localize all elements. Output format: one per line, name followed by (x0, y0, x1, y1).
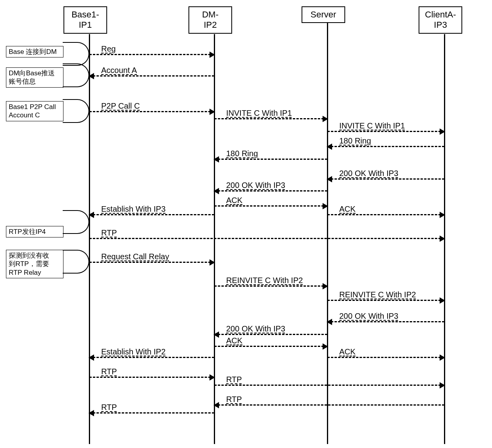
message-label: 200 OK With IP3 (339, 312, 398, 321)
arrow-head-icon (88, 354, 94, 361)
message-arrow (89, 111, 214, 112)
message-label: Request Call Relay (101, 252, 169, 261)
message-label: ACK (339, 347, 356, 356)
arrow-head-icon (440, 128, 445, 135)
note-n4: RTP发往IP4 (6, 226, 63, 237)
note-connector-bottom (63, 75, 89, 87)
message-label: RTP (226, 395, 242, 404)
message-label: RTP (226, 375, 242, 384)
message-arrow (214, 404, 444, 406)
arrow-head-icon (88, 410, 94, 416)
message-arrow (214, 334, 327, 335)
message-arrow (214, 190, 327, 191)
note-n1: Base 连接到DM (6, 46, 63, 57)
message-arrow (327, 321, 444, 322)
arrow-head-icon (213, 331, 219, 338)
message-arrow (89, 75, 214, 77)
lifeline-base1 (89, 34, 90, 444)
message-arrow (89, 214, 214, 215)
message-label: 200 OK With IP3 (339, 169, 398, 178)
arrow-head-icon (440, 354, 445, 361)
arrow-head-icon (323, 116, 328, 122)
message-label: ACK (226, 196, 242, 205)
message-label: Establish With IP2 (101, 347, 165, 356)
message-arrow (89, 238, 444, 239)
message-arrow (214, 159, 327, 160)
note-connector-top (63, 99, 89, 111)
message-label: INVITE C With IP1 (226, 109, 292, 118)
message-label: Establish With IP3 (101, 205, 165, 214)
arrow-head-icon (213, 156, 219, 163)
arrow-head-icon (440, 382, 445, 389)
participant-dm: DM-IP2 (188, 6, 232, 34)
note-connector-top (63, 42, 89, 54)
message-arrow (214, 385, 444, 386)
arrow-head-icon (209, 374, 215, 381)
message-label: 200 OK With IP3 (226, 324, 285, 333)
lifeline-server (327, 22, 328, 444)
arrow-head-icon (209, 259, 215, 266)
arrow-head-icon (88, 212, 94, 218)
note-n2: DM向Base推送账号信息 (6, 67, 63, 88)
arrow-head-icon (213, 402, 219, 408)
arrow-head-icon (88, 73, 94, 79)
message-label: RTP (101, 228, 117, 237)
note-n3: Base1 P2P CallAccount C (6, 101, 63, 121)
note-connector-bottom (63, 262, 89, 274)
message-arrow (327, 214, 444, 215)
message-label: Reg (101, 44, 116, 54)
message-label: REINVITE C With IP2 (226, 276, 303, 285)
message-arrow (214, 346, 327, 347)
arrow-head-icon (440, 235, 445, 242)
message-arrow (214, 285, 327, 287)
sequence-diagram: Base1-IP1DM-IP2ServerClientA-IP3Base 连接到… (0, 0, 492, 448)
message-label: REINVITE C With IP2 (339, 290, 416, 299)
lifeline-dm (214, 34, 215, 444)
arrow-head-icon (327, 144, 332, 150)
message-arrow (89, 54, 214, 55)
message-arrow (327, 131, 444, 132)
participant-client: ClientA-IP3 (419, 6, 462, 34)
arrow-head-icon (209, 109, 215, 115)
arrow-head-icon (323, 203, 328, 209)
message-label: ACK (339, 205, 356, 214)
participant-server: Server (302, 6, 345, 23)
message-label: INVITE C With IP1 (339, 121, 405, 130)
arrow-head-icon (440, 297, 445, 304)
message-label: P2P Call C (101, 101, 140, 111)
message-arrow (327, 146, 444, 147)
arrow-head-icon (213, 188, 219, 194)
message-arrow (89, 262, 214, 263)
message-label: RTP (101, 367, 117, 376)
message-arrow (89, 412, 214, 414)
message-arrow (327, 178, 444, 180)
note-connector-bottom (63, 222, 89, 234)
message-arrow (327, 357, 444, 358)
arrow-head-icon (327, 319, 332, 325)
message-arrow (89, 377, 214, 378)
message-label: 180 Ring (226, 149, 258, 158)
arrow-head-icon (327, 176, 332, 182)
note-connector-top (63, 250, 89, 262)
message-label: ACK (226, 336, 242, 345)
message-arrow (89, 357, 214, 358)
message-arrow (214, 205, 327, 207)
arrow-head-icon (440, 212, 445, 218)
message-label: 180 Ring (339, 136, 371, 146)
note-connector-bottom (63, 111, 89, 123)
message-label: RTP (101, 403, 117, 412)
message-arrow (327, 300, 444, 301)
note-n5: 探测到没有收到RTP，需要RTP Relay (6, 250, 63, 278)
arrow-head-icon (323, 283, 328, 289)
note-connector-top (63, 210, 89, 222)
message-arrow (214, 118, 327, 119)
arrow-head-icon (323, 343, 328, 350)
participant-base1: Base1-IP1 (63, 6, 107, 34)
note-connector-top (63, 63, 89, 75)
arrow-head-icon (209, 52, 215, 58)
message-label: Account A (101, 66, 137, 75)
message-label: 200 OK With IP3 (226, 181, 285, 190)
